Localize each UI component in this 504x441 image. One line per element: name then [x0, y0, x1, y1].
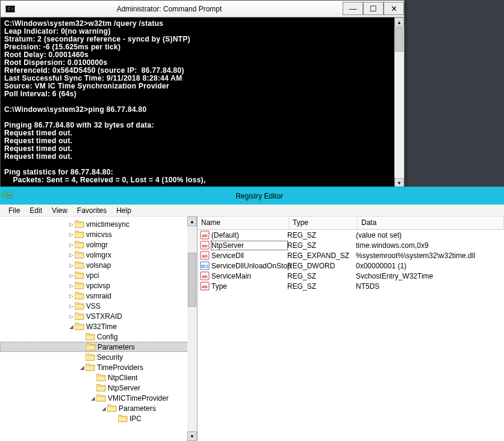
- menu-help[interactable]: Help: [111, 205, 136, 216]
- folder-icon: [86, 343, 96, 351]
- regedit-columns[interactable]: Name Type Data: [198, 217, 504, 230]
- cmd-window: C:\ Administrator: Command Prompt — ☐ ✕ …: [0, 0, 405, 188]
- minimize-button[interactable]: —: [343, 2, 363, 15]
- tree-item-vsmraid[interactable]: ▷vsmraid: [0, 291, 197, 301]
- tree-item-parameters[interactable]: ◢Parameters: [0, 403, 197, 413]
- regedit-menubar: FileEditViewFavoritesHelp: [0, 205, 504, 217]
- tree-label: vpcivsp: [86, 282, 110, 290]
- folder-icon: [75, 220, 84, 228]
- tree-item-ntpserver[interactable]: NtpServer: [0, 383, 197, 393]
- value-name: ServiceMain: [211, 272, 287, 280]
- value-row-servicemain[interactable]: abServiceMainREG_SZSvchostEntry_W32Time: [198, 271, 504, 281]
- tree-item-vmictimeprovider[interactable]: ◢VMICTimeProvider: [0, 393, 197, 403]
- folder-icon: [75, 322, 84, 330]
- folder-icon: [96, 394, 106, 402]
- value-data: 0x00000001 (1): [356, 262, 504, 270]
- value-row-type[interactable]: abTypeREG_SZNT5DS: [198, 281, 504, 291]
- tree-item-vmicvss[interactable]: ▷vmicvss: [0, 229, 197, 239]
- regedit-tree[interactable]: ▷vmictimesync▷vmicvss▷volmgr▷volmgrx▷vol…: [0, 217, 198, 441]
- value-type: REG_SZ: [287, 272, 356, 280]
- tree-label: vmicvss: [86, 230, 112, 239]
- binary-value-icon: 011: [200, 261, 210, 270]
- tree-label: Parameters: [119, 404, 156, 413]
- folder-icon: [75, 302, 84, 310]
- menu-view[interactable]: View: [47, 205, 72, 216]
- tree-label: volmgr: [86, 241, 108, 249]
- menu-file[interactable]: File: [4, 205, 25, 216]
- value-row-servicedllunloadonstop[interactable]: 011ServiceDllUnloadOnStopREG_DWORD0x0000…: [198, 261, 504, 271]
- string-value-icon: ab: [200, 282, 210, 291]
- value-data: SvchostEntry_W32Time: [356, 272, 504, 280]
- tree-item-volsnap[interactable]: ▷volsnap: [0, 260, 197, 270]
- value-row-ntpserver[interactable]: abNtpServerREG_SZtime.windows.com,0x9: [198, 240, 504, 250]
- value-row--default-[interactable]: ab(Default)REG_SZ(value not set): [198, 230, 504, 240]
- folder-icon: [75, 282, 84, 289]
- tree-scrollbar[interactable]: ▲ ▼: [187, 217, 197, 441]
- expander-icon[interactable]: ◢: [100, 406, 107, 412]
- tree-item-vpci[interactable]: ▷vpci: [0, 270, 197, 280]
- tree-item-vstxraid[interactable]: ▷VSTXRAID: [0, 311, 197, 321]
- tree-label: VSTXRAID: [86, 312, 122, 321]
- tree-label: Config: [97, 333, 118, 341]
- regedit-titlebar[interactable]: Registry Editor: [0, 187, 504, 205]
- expander-icon[interactable]: ▷: [67, 273, 75, 279]
- tree-label: VSS: [86, 302, 101, 310]
- tree-item-vss[interactable]: ▷VSS: [0, 301, 197, 311]
- regedit-title: Registry Editor: [14, 192, 504, 200]
- value-data: (value not set): [356, 231, 504, 239]
- value-name: ServiceDllUnloadOnStop: [211, 262, 287, 270]
- column-name[interactable]: Name: [198, 217, 289, 229]
- maximize-button[interactable]: ☐: [363, 2, 384, 15]
- tree-label: TimeProviders: [97, 363, 143, 372]
- expander-icon[interactable]: ▷: [67, 242, 75, 248]
- scroll-down-icon[interactable]: ▼: [187, 431, 197, 441]
- cmd-scrollbar[interactable]: ▲ ▼: [394, 17, 404, 188]
- menu-favorites[interactable]: Favorites: [72, 205, 111, 216]
- folder-icon: [86, 353, 95, 361]
- expander-icon[interactable]: ▷: [67, 313, 75, 319]
- close-button[interactable]: ✕: [384, 2, 404, 15]
- tree-label: W32Time: [86, 322, 117, 331]
- scroll-thumb[interactable]: [188, 253, 196, 307]
- tree-item-vpcivsp[interactable]: ▷vpcivsp: [0, 280, 197, 291]
- scroll-up-icon[interactable]: ▲: [394, 17, 404, 27]
- expander-icon[interactable]: ▷: [67, 303, 75, 309]
- scroll-thumb[interactable]: [395, 28, 403, 52]
- tree-item-volmgrx[interactable]: ▷volmgrx: [0, 250, 197, 260]
- value-row-servicedll[interactable]: abServiceDllREG_EXPAND_SZ%systemroot%\sy…: [198, 250, 504, 261]
- expander-icon[interactable]: ▷: [67, 283, 75, 289]
- tree-item-timeproviders[interactable]: ◢TimeProviders: [0, 362, 197, 372]
- expander-icon[interactable]: ▷: [67, 262, 75, 268]
- svg-text:011: 011: [201, 264, 208, 268]
- scroll-up-icon[interactable]: ▲: [187, 217, 197, 226]
- tree-label: NtpServer: [108, 384, 140, 392]
- tree-item-config[interactable]: Config: [0, 332, 197, 342]
- cmd-output-area[interactable]: C:\Windows\system32>w32tm /query /status…: [1, 17, 404, 188]
- tree-item-w32time[interactable]: ◢W32Time: [0, 321, 197, 332]
- column-data[interactable]: Data: [358, 217, 504, 229]
- expander-icon[interactable]: ◢: [89, 395, 96, 401]
- expander-icon[interactable]: ▷: [67, 221, 75, 227]
- tree-label: volmgrx: [86, 251, 111, 259]
- tree-item-ipc[interactable]: IPC: [0, 413, 197, 424]
- value-name: NtpServer: [211, 241, 287, 250]
- expander-icon[interactable]: ◢: [78, 365, 86, 371]
- tree-label: vpci: [86, 271, 99, 280]
- value-type: REG_DWORD: [287, 262, 356, 270]
- menu-edit[interactable]: Edit: [25, 205, 47, 216]
- tree-item-volmgr[interactable]: ▷volmgr: [0, 239, 197, 250]
- tree-item-parameters[interactable]: Parameters: [0, 342, 197, 352]
- tree-item-security[interactable]: Security: [0, 352, 197, 362]
- folder-icon: [86, 333, 95, 341]
- folder-icon: [75, 292, 84, 300]
- regedit-window: Registry Editor FileEditViewFavoritesHel…: [0, 187, 504, 441]
- tree-item-ntpclient[interactable]: NtpClient: [0, 372, 197, 383]
- expander-icon[interactable]: ▷: [67, 293, 75, 299]
- regedit-value-list[interactable]: Name Type Data ab(Default)REG_SZ(value n…: [198, 217, 504, 441]
- cmd-titlebar[interactable]: C:\ Administrator: Command Prompt — ☐ ✕: [1, 1, 404, 17]
- tree-item-vmictimesync[interactable]: ▷vmictimesync: [0, 219, 197, 229]
- expander-icon[interactable]: ▷: [67, 232, 75, 238]
- expander-icon[interactable]: ▷: [67, 252, 75, 258]
- expander-icon[interactable]: ◢: [67, 324, 75, 330]
- column-type[interactable]: Type: [289, 217, 358, 229]
